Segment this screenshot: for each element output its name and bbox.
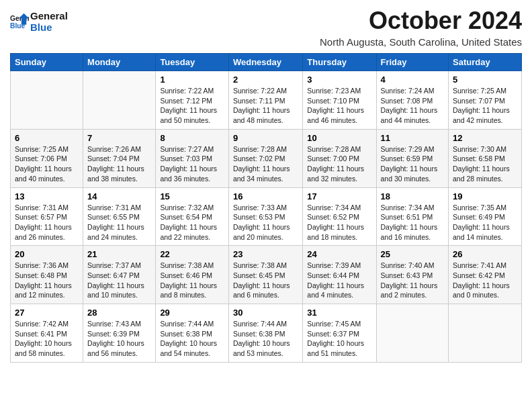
title-area: October 2024 North Augusta, South Caroli… <box>320 7 522 48</box>
cell-2-1: 14Sunrise: 7:31 AMSunset: 6:55 PMDayligh… <box>83 187 156 246</box>
day-info-11: Sunrise: 7:29 AMSunset: 6:59 PMDaylight:… <box>381 144 445 184</box>
calendar-table: Sunday Monday Tuesday Wednesday Thursday… <box>10 53 522 363</box>
day-number-13: 13 <box>15 191 79 201</box>
cell-1-6: 12Sunrise: 7:30 AMSunset: 6:58 PMDayligh… <box>449 129 522 187</box>
header-area: General Blue General Blue October 2024 N… <box>10 7 522 48</box>
cell-4-3: 30Sunrise: 7:44 AMSunset: 6:38 PMDayligh… <box>228 304 302 363</box>
header-saturday: Saturday <box>449 54 522 71</box>
day-info-25: Sunrise: 7:40 AMSunset: 6:43 PMDaylight:… <box>381 261 445 300</box>
day-info-5: Sunrise: 7:25 AMSunset: 7:07 PMDaylight:… <box>453 86 517 126</box>
logo-icon: General Blue <box>10 12 29 31</box>
day-number-11: 11 <box>381 133 445 143</box>
cell-2-0: 13Sunrise: 7:31 AMSunset: 6:57 PMDayligh… <box>11 187 83 246</box>
day-number-31: 31 <box>307 308 371 318</box>
day-info-4: Sunrise: 7:24 AMSunset: 7:08 PMDaylight:… <box>381 86 445 126</box>
cell-2-2: 15Sunrise: 7:32 AMSunset: 6:54 PMDayligh… <box>156 187 229 246</box>
day-info-8: Sunrise: 7:27 AMSunset: 7:03 PMDaylight:… <box>160 144 224 184</box>
day-info-19: Sunrise: 7:35 AMSunset: 6:49 PMDaylight:… <box>453 203 517 242</box>
day-info-1: Sunrise: 7:22 AMSunset: 7:12 PMDaylight:… <box>160 86 224 126</box>
day-number-16: 16 <box>233 191 298 201</box>
day-info-30: Sunrise: 7:44 AMSunset: 6:38 PMDaylight:… <box>233 319 298 359</box>
day-info-27: Sunrise: 7:42 AMSunset: 6:41 PMDaylight:… <box>15 319 79 359</box>
day-info-31: Sunrise: 7:45 AMSunset: 6:37 PMDaylight:… <box>307 319 371 359</box>
cell-3-5: 25Sunrise: 7:40 AMSunset: 6:43 PMDayligh… <box>376 246 449 304</box>
cell-3-4: 24Sunrise: 7:39 AMSunset: 6:44 PMDayligh… <box>303 246 376 304</box>
cell-0-1 <box>83 71 156 130</box>
day-info-13: Sunrise: 7:31 AMSunset: 6:57 PMDaylight:… <box>15 203 79 242</box>
cell-4-1: 28Sunrise: 7:43 AMSunset: 6:39 PMDayligh… <box>83 304 156 363</box>
cell-0-5: 4Sunrise: 7:24 AMSunset: 7:08 PMDaylight… <box>376 71 449 130</box>
cell-0-6: 5Sunrise: 7:25 AMSunset: 7:07 PMDaylight… <box>449 71 522 130</box>
day-info-17: Sunrise: 7:34 AMSunset: 6:52 PMDaylight:… <box>307 203 371 242</box>
day-info-18: Sunrise: 7:34 AMSunset: 6:51 PMDaylight:… <box>381 203 445 242</box>
cell-3-0: 20Sunrise: 7:36 AMSunset: 6:48 PMDayligh… <box>11 246 83 304</box>
day-number-12: 12 <box>453 133 517 143</box>
cell-2-5: 18Sunrise: 7:34 AMSunset: 6:51 PMDayligh… <box>376 187 449 246</box>
cell-2-3: 16Sunrise: 7:33 AMSunset: 6:53 PMDayligh… <box>228 187 302 246</box>
day-number-1: 1 <box>160 75 224 85</box>
cell-4-4: 31Sunrise: 7:45 AMSunset: 6:37 PMDayligh… <box>303 304 376 363</box>
header-sunday: Sunday <box>11 54 83 71</box>
day-number-6: 6 <box>15 133 79 143</box>
cell-1-0: 6Sunrise: 7:25 AMSunset: 7:06 PMDaylight… <box>11 129 83 187</box>
location-subtitle: North Augusta, South Carolina, United St… <box>320 36 522 48</box>
month-title: October 2024 <box>320 7 522 35</box>
cell-1-1: 7Sunrise: 7:26 AMSunset: 7:04 PMDaylight… <box>83 129 156 187</box>
day-number-5: 5 <box>453 75 517 85</box>
day-info-23: Sunrise: 7:38 AMSunset: 6:45 PMDaylight:… <box>233 261 298 300</box>
logo-line2: Blue <box>30 21 52 33</box>
day-number-18: 18 <box>381 191 445 201</box>
weekday-header-row: Sunday Monday Tuesday Wednesday Thursday… <box>11 54 522 71</box>
day-info-24: Sunrise: 7:39 AMSunset: 6:44 PMDaylight:… <box>307 261 371 300</box>
logo-line1: General <box>30 10 68 21</box>
header-friday: Friday <box>376 54 449 71</box>
day-info-21: Sunrise: 7:37 AMSunset: 6:47 PMDaylight:… <box>87 261 151 300</box>
day-number-26: 26 <box>453 249 517 259</box>
week-row-2: 6Sunrise: 7:25 AMSunset: 7:06 PMDaylight… <box>11 129 522 187</box>
day-number-28: 28 <box>87 308 151 318</box>
day-info-12: Sunrise: 7:30 AMSunset: 6:58 PMDaylight:… <box>453 144 517 184</box>
cell-1-2: 8Sunrise: 7:27 AMSunset: 7:03 PMDaylight… <box>156 129 229 187</box>
cell-2-6: 19Sunrise: 7:35 AMSunset: 6:49 PMDayligh… <box>449 187 522 246</box>
day-number-20: 20 <box>15 249 79 259</box>
day-info-22: Sunrise: 7:38 AMSunset: 6:46 PMDaylight:… <box>160 261 224 300</box>
day-number-15: 15 <box>160 191 224 201</box>
day-number-25: 25 <box>381 249 445 259</box>
week-row-1: 1Sunrise: 7:22 AMSunset: 7:12 PMDaylight… <box>11 71 522 130</box>
header-wednesday: Wednesday <box>228 54 302 71</box>
calendar-body: 1Sunrise: 7:22 AMSunset: 7:12 PMDaylight… <box>11 71 522 363</box>
cell-3-6: 26Sunrise: 7:41 AMSunset: 6:42 PMDayligh… <box>449 246 522 304</box>
week-row-5: 27Sunrise: 7:42 AMSunset: 6:41 PMDayligh… <box>11 304 522 363</box>
day-number-24: 24 <box>307 249 371 259</box>
week-row-3: 13Sunrise: 7:31 AMSunset: 6:57 PMDayligh… <box>11 187 522 246</box>
day-number-22: 22 <box>160 249 224 259</box>
cell-4-5 <box>376 304 449 363</box>
cell-0-3: 2Sunrise: 7:22 AMSunset: 7:11 PMDaylight… <box>228 71 302 130</box>
day-info-6: Sunrise: 7:25 AMSunset: 7:06 PMDaylight:… <box>15 144 79 184</box>
cell-1-3: 9Sunrise: 7:28 AMSunset: 7:02 PMDaylight… <box>228 129 302 187</box>
day-info-14: Sunrise: 7:31 AMSunset: 6:55 PMDaylight:… <box>87 203 151 242</box>
day-info-26: Sunrise: 7:41 AMSunset: 6:42 PMDaylight:… <box>453 261 517 300</box>
day-number-10: 10 <box>307 133 371 143</box>
cell-3-1: 21Sunrise: 7:37 AMSunset: 6:47 PMDayligh… <box>83 246 156 304</box>
day-number-3: 3 <box>307 75 371 85</box>
day-info-16: Sunrise: 7:33 AMSunset: 6:53 PMDaylight:… <box>233 203 298 242</box>
day-number-9: 9 <box>233 133 298 143</box>
header-tuesday: Tuesday <box>156 54 229 71</box>
day-info-15: Sunrise: 7:32 AMSunset: 6:54 PMDaylight:… <box>160 203 224 242</box>
day-info-7: Sunrise: 7:26 AMSunset: 7:04 PMDaylight:… <box>87 144 151 184</box>
day-number-30: 30 <box>233 308 298 318</box>
cell-0-0 <box>11 71 83 130</box>
day-number-23: 23 <box>233 249 298 259</box>
header-monday: Monday <box>83 54 156 71</box>
cell-3-2: 22Sunrise: 7:38 AMSunset: 6:46 PMDayligh… <box>156 246 229 304</box>
day-info-28: Sunrise: 7:43 AMSunset: 6:39 PMDaylight:… <box>87 319 151 359</box>
cell-4-0: 27Sunrise: 7:42 AMSunset: 6:41 PMDayligh… <box>11 304 83 363</box>
cell-4-2: 29Sunrise: 7:44 AMSunset: 6:38 PMDayligh… <box>156 304 229 363</box>
cell-1-4: 10Sunrise: 7:28 AMSunset: 7:00 PMDayligh… <box>303 129 376 187</box>
day-number-2: 2 <box>233 75 298 85</box>
day-info-9: Sunrise: 7:28 AMSunset: 7:02 PMDaylight:… <box>233 144 298 184</box>
header-thursday: Thursday <box>303 54 376 71</box>
calendar-header: Sunday Monday Tuesday Wednesday Thursday… <box>11 54 522 71</box>
day-number-17: 17 <box>307 191 371 201</box>
